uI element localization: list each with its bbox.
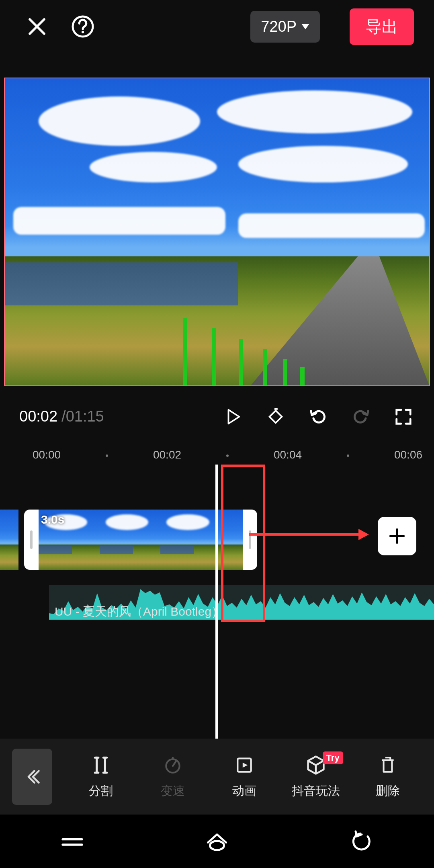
playhead[interactable] [215,465,218,739]
tool-animation-label: 动画 [232,783,256,799]
resolution-dropdown[interactable]: 720P [250,11,320,43]
nav-back-icon[interactable] [346,829,378,854]
player-controls: 00:02 / 01:15 [0,386,434,446]
svg-point-1 [82,31,84,33]
collapse-toolbar-button[interactable] [12,749,52,805]
add-clip-button[interactable] [378,517,416,555]
time-separator: / [61,408,66,425]
current-time: 00:02 [19,408,57,425]
tool-douyin-label: 抖音玩法 [292,783,340,799]
annotation-arrow [249,530,370,538]
split-icon [90,754,112,776]
tool-speed: 变速 [138,754,207,799]
close-icon[interactable] [24,14,50,39]
resolution-label: 720P [261,18,297,35]
clip-duration-badge: 3.0s [41,513,64,526]
export-button[interactable]: 导出 [350,8,414,45]
timeline-tracks[interactable]: 3.0s UU - 夏天的风（April Bootleg） [0,465,434,739]
tool-speed-label: 变速 [161,783,185,799]
play-icon[interactable] [222,405,244,428]
nav-home-icon[interactable] [201,829,233,854]
trash-icon [377,754,399,776]
tool-split-label: 分割 [89,783,113,799]
animation-icon [233,754,256,776]
preview-container [0,53,434,386]
tool-delete-label: 删除 [376,783,400,799]
fullscreen-icon[interactable] [392,405,415,428]
duration-time: 01:15 [66,408,104,425]
ruler-t0: 00:00 [33,448,61,461]
timeline-ruler[interactable]: 00:00 00:02 00:04 00:06 [0,446,434,465]
edit-toolbar: 分割 变速 动画 Try 抖音玩法 删除 [0,739,434,815]
device-navbar [0,815,434,868]
nav-recent-icon[interactable] [56,829,88,854]
caret-down-icon [301,24,309,29]
tool-douyin[interactable]: Try 抖音玩法 [282,754,350,799]
tool-animation[interactable]: 动画 [210,754,278,799]
video-preview[interactable] [4,78,430,386]
ruler-t1: 00:02 [153,448,181,461]
help-icon[interactable] [70,14,96,39]
clip-handle-left[interactable] [24,510,39,570]
ruler-dot [347,454,349,457]
ruler-t2: 00:04 [274,448,302,461]
try-badge: Try [323,751,343,764]
tool-split[interactable]: 分割 [67,754,135,799]
tool-delete[interactable]: 删除 [354,754,422,799]
topbar: 720P 导出 [0,0,434,53]
ruler-dot [106,454,108,457]
undo-icon[interactable] [307,405,330,428]
ruler-dot [226,454,229,457]
redo-icon [350,405,372,428]
audio-label: UU - 夏天的风（April Bootleg） [55,604,223,620]
ruler-t3: 00:06 [394,448,422,461]
speed-icon [162,754,184,776]
svg-point-7 [210,841,224,850]
keyframe-icon[interactable] [264,405,287,428]
annotation-box [221,465,265,622]
